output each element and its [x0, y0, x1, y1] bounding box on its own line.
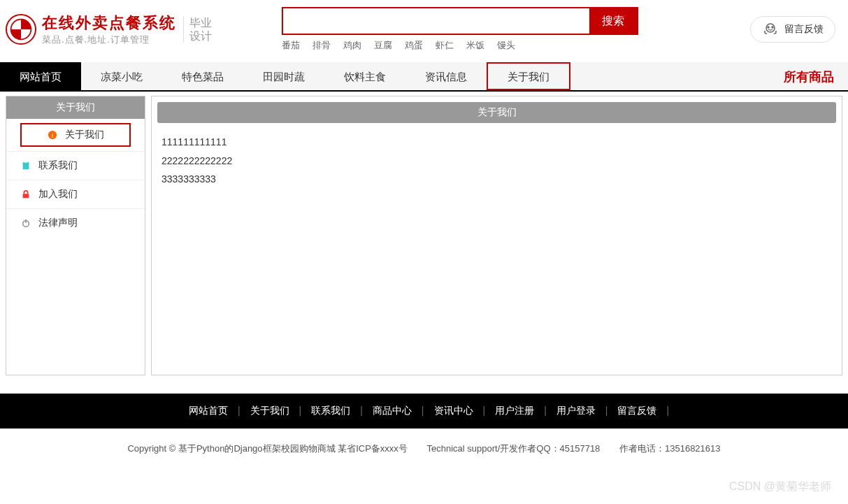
main-title: 关于我们 [157, 102, 836, 123]
phone-text: 作者电话：13516821613 [619, 443, 721, 454]
sidebar-item-label: 加入我们 [38, 188, 78, 201]
svg-rect-6 [23, 162, 29, 170]
search-tag[interactable]: 排骨 [312, 39, 331, 52]
logo-area[interactable]: 在线外卖点餐系统 菜品.点餐.地址.订单管理 毕业 设计 [6, 13, 212, 46]
search-tag[interactable]: 米饭 [466, 39, 484, 52]
content-area: 关于我们 i关于我们联系我们加入我们法律声明 关于我们 111111111111… [0, 92, 848, 380]
clipboard-icon [20, 160, 31, 171]
search-input[interactable] [283, 8, 589, 34]
info-icon: i [47, 129, 58, 141]
search-tag[interactable]: 豆腐 [374, 39, 392, 52]
footer-link[interactable]: 商品中心 [363, 405, 422, 416]
nav-item[interactable]: 特色菜品 [162, 62, 243, 90]
feedback-label: 留言反馈 [784, 23, 824, 36]
search-bar: 搜索 [282, 7, 638, 35]
sidebar-item[interactable]: i关于我们 [20, 123, 131, 147]
nav-item[interactable]: 凉菜小吃 [81, 62, 162, 90]
sidebar-item-label: 联系我们 [38, 159, 78, 172]
nav-item[interactable]: 田园时蔬 [243, 62, 324, 90]
search-tag[interactable]: 番茄 [282, 39, 300, 52]
sidebar-item[interactable]: 法律声明 [6, 208, 145, 237]
search-tag[interactable]: 虾仁 [436, 39, 454, 52]
nav-item[interactable]: 网站首页 [0, 62, 81, 90]
footer-link[interactable]: 网站首页 [179, 405, 238, 416]
svg-point-3 [772, 27, 773, 28]
footer-link[interactable]: 联系我们 [301, 405, 360, 416]
nav-item[interactable]: 关于我们 [487, 62, 570, 90]
footer-link[interactable]: 用户登录 [547, 405, 605, 416]
headset-icon [762, 21, 779, 38]
sidebar-item[interactable]: 加入我们 [6, 180, 145, 208]
power-icon [20, 217, 31, 229]
logo-title: 在线外卖点餐系统 [42, 13, 176, 34]
search-tags: 番茄排骨鸡肉豆腐鸡蛋虾仁米饭馒头 [282, 39, 638, 52]
content-line: 2222222222222 [161, 152, 832, 171]
content-line: 111111111111 [161, 133, 832, 152]
logo-icon [6, 14, 36, 45]
footer-link[interactable]: 资讯中心 [424, 405, 483, 416]
search-tag[interactable]: 馒头 [497, 39, 515, 52]
search-area: 搜索 番茄排骨鸡肉豆腐鸡蛋虾仁米饭馒头 [282, 7, 638, 52]
content-line: 3333333333 [161, 170, 832, 189]
main-panel: 关于我们 11111111111122222222222223333333333 [151, 96, 842, 375]
sidebar-item[interactable]: 联系我们 [6, 151, 145, 180]
search-button[interactable]: 搜索 [589, 8, 637, 34]
sidebar: 关于我们 i关于我们联系我们加入我们法律声明 [6, 96, 145, 375]
nav-item[interactable]: 饮料主食 [324, 62, 405, 90]
nav-item[interactable]: 资讯信息 [405, 62, 487, 90]
logo-text: 在线外卖点餐系统 菜品.点餐.地址.订单管理 [42, 13, 176, 46]
sidebar-item-label: 关于我们 [65, 129, 104, 141]
nav-all-products[interactable]: 所有商品 [770, 62, 848, 90]
svg-point-2 [768, 27, 769, 28]
lock-icon [20, 189, 31, 200]
search-tag[interactable]: 鸡肉 [343, 39, 361, 52]
footer-link[interactable]: 留言反馈 [608, 405, 666, 416]
footer-nav: 网站首页|关于我们|联系我们|商品中心|资讯中心|用户注册|用户登录|留言反馈| [0, 394, 848, 429]
svg-rect-8 [23, 194, 29, 198]
header: 在线外卖点餐系统 菜品.点餐.地址.订单管理 毕业 设计 搜索 番茄排骨鸡肉豆腐… [0, 0, 848, 52]
tech-support-text: Technical support/开发作者QQ：45157718 [427, 443, 601, 454]
svg-text:i: i [52, 132, 53, 139]
logo-side: 毕业 设计 [183, 16, 212, 43]
search-tag[interactable]: 鸡蛋 [405, 39, 423, 52]
main-body: 11111111111122222222222223333333333 [157, 123, 836, 199]
sidebar-title: 关于我们 [6, 96, 145, 119]
copyright-text: Copyright © 基于Python的Django框架校园购物商城 某省IC… [127, 443, 407, 454]
logo-subtitle: 菜品.点餐.地址.订单管理 [42, 34, 176, 46]
sidebar-item-label: 法律声明 [38, 217, 78, 229]
footer-link[interactable]: 用户注册 [485, 405, 544, 416]
feedback-button[interactable]: 留言反馈 [750, 16, 835, 43]
footer-link[interactable]: 关于我们 [240, 405, 299, 416]
main-nav: 网站首页凉菜小吃特色菜品田园时蔬饮料主食资讯信息关于我们所有商品 [0, 62, 848, 92]
svg-rect-7 [24, 161, 27, 163]
footer-info: Copyright © 基于Python的Django框架校园购物商城 某省IC… [0, 429, 848, 469]
